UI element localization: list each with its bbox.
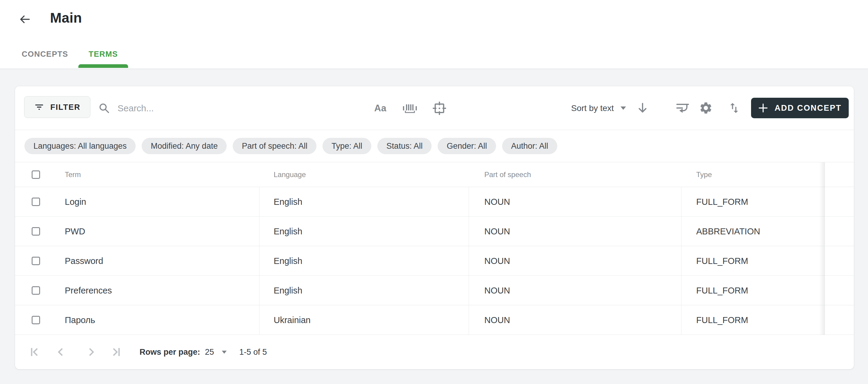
tab-concepts[interactable]: CONCEPTS (11, 39, 79, 68)
chevron-down-icon (621, 107, 626, 110)
part-of-speech-cell: NOUN (484, 256, 510, 266)
filter-chip[interactable]: Modified: Any date (142, 138, 227, 154)
language-cell: English (274, 256, 302, 266)
whole-word-icon (401, 102, 418, 115)
sort-by-select[interactable]: Sort by text (571, 86, 626, 130)
filter-button[interactable]: FILTER (24, 96, 90, 118)
table-row[interactable]: PWD English NOUN ABBREVIATION (15, 216, 854, 246)
arrow-left-icon (19, 13, 31, 26)
settings-button[interactable] (697, 99, 715, 117)
table-body: Login English NOUN FULL_FORM PWD English… (15, 187, 854, 335)
type-cell: ABBREVIATION (696, 226, 760, 236)
match-case-button[interactable]: Aa (371, 99, 390, 117)
next-page-button[interactable] (84, 345, 98, 359)
search-input[interactable] (118, 99, 370, 117)
filter-chip[interactable]: Gender: All (438, 138, 496, 154)
tab-terms[interactable]: TERMS (79, 39, 128, 68)
search-options: Aa (371, 86, 448, 130)
part-of-speech-cell: NOUN (484, 315, 510, 325)
filter-chip[interactable]: Author: All (502, 138, 557, 154)
swap-vertical-icon (727, 101, 741, 115)
last-page-icon (111, 347, 121, 357)
type-cell: FULL_FORM (696, 315, 748, 325)
back-button[interactable] (18, 12, 32, 27)
import-export-button[interactable] (725, 99, 743, 117)
active-tab-indicator (79, 64, 128, 68)
table-row[interactable]: Login English NOUN FULL_FORM (15, 187, 854, 216)
pinned-column-divider (825, 162, 825, 335)
filter-chip-label: Languages: All languages (33, 142, 127, 151)
sort-direction-button[interactable] (633, 99, 652, 117)
page-header: Main CONCEPTS TERMS (0, 0, 868, 69)
filter-chip-label: Status: All (386, 142, 423, 151)
tab-terms-label: TERMS (89, 50, 118, 59)
whole-word-button[interactable] (401, 99, 419, 117)
filter-chip-label: Type: All (332, 142, 362, 151)
page-title: Main (50, 10, 82, 26)
filter-chip[interactable]: Part of speech: All (233, 138, 316, 154)
column-divider (259, 187, 259, 335)
first-page-icon (29, 347, 40, 357)
row-checkbox[interactable] (32, 286, 40, 295)
table-row[interactable]: Password English NOUN FULL_FORM (15, 246, 854, 276)
column-divider (469, 187, 469, 335)
filter-chips-row: Languages: All languages Modified: Any d… (15, 130, 854, 162)
term-cell: Пароль (65, 315, 95, 325)
language-cell: English (274, 226, 302, 236)
toolbar: FILTER Aa (15, 86, 854, 130)
last-page-button[interactable] (109, 345, 123, 359)
term-cell: Login (65, 197, 86, 207)
rows-per-page-select[interactable]: 25 (205, 348, 227, 357)
select-area-button[interactable] (430, 99, 448, 117)
wrap-text-button[interactable] (674, 99, 692, 117)
type-cell: FULL_FORM (696, 197, 748, 207)
filter-icon (34, 102, 44, 112)
filter-chip-label: Author: All (511, 142, 548, 151)
filter-chip[interactable]: Status: All (377, 138, 432, 154)
column-header-part-of-speech[interactable]: Part of speech (484, 171, 531, 179)
wrap-text-icon (675, 102, 690, 114)
search-icon (98, 102, 110, 114)
add-concept-label: ADD CONCEPT (775, 104, 841, 113)
part-of-speech-cell: NOUN (484, 226, 510, 236)
table-row[interactable]: Preferences English NOUN FULL_FORM (15, 276, 854, 305)
settings-gear-icon (699, 101, 713, 115)
search-box (98, 86, 370, 130)
filter-chip-label: Gender: All (447, 142, 487, 151)
first-page-button[interactable] (28, 345, 41, 359)
table-header-row: Term Language Part of speech Type (15, 162, 854, 187)
match-case-icon: Aa (374, 103, 387, 114)
pagination-range: 1-5 of 5 (239, 348, 267, 357)
part-of-speech-cell: NOUN (484, 285, 510, 295)
column-divider (681, 187, 681, 335)
row-checkbox[interactable] (32, 198, 40, 206)
next-page-icon (86, 347, 97, 357)
previous-page-icon (55, 347, 66, 357)
row-checkbox[interactable] (32, 316, 40, 324)
row-checkbox[interactable] (32, 227, 40, 236)
chevron-down-icon (222, 351, 227, 354)
term-cell: PWD (65, 226, 85, 236)
terms-card: FILTER Aa (15, 86, 854, 369)
select-all-checkbox[interactable] (32, 171, 40, 179)
filter-chip-label: Modified: Any date (151, 142, 218, 151)
column-header-type[interactable]: Type (696, 171, 712, 179)
filter-chip[interactable]: Type: All (322, 138, 371, 154)
filter-chip-label: Part of speech: All (242, 142, 307, 151)
column-header-term[interactable]: Term (65, 171, 81, 179)
rows-per-page-label: Rows per page: (140, 348, 200, 357)
tab-concepts-label: CONCEPTS (22, 50, 68, 59)
language-cell: English (274, 197, 302, 207)
terms-page: Main CONCEPTS TERMS FILTER (0, 0, 868, 384)
add-concept-button[interactable]: ADD CONCEPT (751, 98, 849, 118)
filter-chip[interactable]: Languages: All languages (24, 138, 135, 154)
column-header-language[interactable]: Language (274, 171, 306, 179)
previous-page-button[interactable] (54, 345, 67, 359)
row-checkbox[interactable] (32, 257, 40, 265)
pagination-bar: Rows per page: 25 1-5 of 5 (15, 335, 854, 369)
term-cell: Password (65, 256, 103, 266)
tab-bar: CONCEPTS TERMS (11, 39, 128, 68)
table-row[interactable]: Пароль Ukrainian NOUN FULL_FORM (15, 305, 854, 335)
type-cell: FULL_FORM (696, 256, 748, 266)
type-cell: FULL_FORM (696, 285, 748, 295)
